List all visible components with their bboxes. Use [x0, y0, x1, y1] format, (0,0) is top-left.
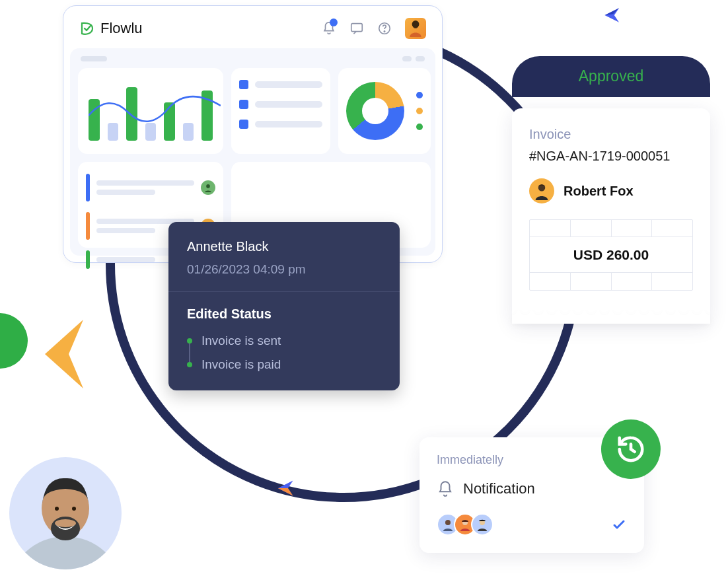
decorative-green-circle	[0, 313, 28, 369]
status-bar	[86, 212, 90, 240]
chat-icon[interactable]	[349, 21, 364, 36]
text-stub	[255, 81, 322, 88]
status-popover: Annette Black 01/26/2023 04:09 pm Edited…	[168, 222, 400, 390]
timeline-dot-icon	[187, 338, 192, 344]
legend-dot	[416, 108, 423, 114]
svg-point-15	[55, 519, 76, 527]
legend-dot	[416, 92, 423, 98]
svg-point-9	[445, 520, 451, 525]
bullet-icon	[239, 120, 248, 129]
status-person-name: Annette Black	[187, 239, 381, 254]
menu-stub	[416, 56, 425, 61]
timeline-dot-icon	[187, 362, 192, 367]
chart-bar	[145, 123, 157, 141]
approved-label: Approved	[579, 67, 643, 85]
donut-chart	[346, 82, 404, 140]
invoice-line-items-table: USD 260.00	[529, 219, 693, 291]
menu-stub	[402, 56, 412, 61]
text-stub	[255, 101, 322, 108]
invoice-total-row: USD 260.00	[530, 237, 692, 273]
invoice-label: Invoice	[529, 127, 693, 142]
mini-bar-chart-card[interactable]	[78, 68, 223, 154]
list-item[interactable]	[86, 174, 215, 201]
chart-bar	[108, 123, 119, 141]
breadcrumb-stub	[81, 56, 107, 61]
invoice-customer[interactable]: Robert Fox	[529, 178, 693, 203]
chart-bar	[201, 91, 213, 141]
customer-avatar	[529, 178, 554, 203]
user-large-avatar	[9, 457, 122, 569]
notification-dot	[330, 18, 338, 26]
text-stub	[96, 228, 155, 233]
receipt-torn-edge	[512, 309, 710, 324]
chart-bar	[164, 102, 175, 141]
recipient-avatar	[471, 513, 493, 536]
text-stub	[96, 180, 194, 186]
chart-bar	[126, 87, 137, 141]
history-refresh-icon	[616, 434, 646, 464]
svg-point-4	[412, 20, 419, 28]
chart-bar	[89, 99, 100, 141]
dashboard-header: Flowlu	[63, 6, 442, 48]
logo-leaf-check-icon	[79, 20, 95, 36]
status-item: Invoice is sent	[187, 334, 381, 348]
help-icon[interactable]	[377, 21, 392, 36]
table-row	[530, 220, 692, 237]
status-bar	[86, 250, 90, 269]
text-stub	[96, 190, 155, 195]
svg-point-5	[206, 184, 210, 188]
invoice-card: Invoice #NGA-AN-1719-000051 Robert Fox U…	[512, 108, 710, 324]
text-stub	[96, 257, 155, 262]
status-item: Invoice is paid	[187, 357, 381, 372]
status-item-text: Invoice is paid	[201, 357, 281, 372]
approved-badge: Approved	[512, 56, 710, 97]
app-name: Flowlu	[100, 20, 143, 37]
svg-point-2	[384, 31, 384, 32]
svg-point-17	[72, 507, 76, 511]
bell-icon	[437, 480, 454, 497]
notification-sublabel: Immediatelly	[437, 453, 627, 467]
user-avatar[interactable]	[405, 18, 426, 39]
status-heading: Edited Status	[187, 307, 381, 322]
decorative-pointer-icon	[274, 476, 299, 501]
donut-legend	[416, 92, 423, 130]
customer-name: Robert Fox	[564, 184, 634, 199]
check-icon	[611, 517, 627, 532]
invoice-number: #NGA-AN-1719-000051	[529, 149, 693, 164]
person-avatar	[201, 180, 215, 195]
svg-rect-0	[351, 24, 363, 32]
decorative-pointer-icon	[601, 3, 625, 27]
table-row	[530, 273, 692, 290]
chart-bar	[183, 123, 194, 141]
status-bar	[86, 174, 90, 201]
bullet-icon	[239, 100, 248, 109]
status-item-text: Invoice is sent	[201, 334, 281, 348]
status-timestamp: 01/26/2023 04:09 pm	[187, 262, 381, 277]
notification-title: Notification	[463, 480, 535, 497]
person-icon	[532, 182, 551, 200]
mini-list-card[interactable]	[231, 68, 330, 154]
donut-chart-card[interactable]	[338, 68, 431, 154]
svg-point-12	[9, 536, 122, 569]
notifications-icon[interactable]	[322, 21, 336, 36]
bullet-icon	[239, 80, 248, 89]
decorative-pointer-icon	[44, 314, 90, 394]
person-icon	[407, 20, 424, 37]
svg-point-16	[55, 507, 59, 511]
person-photo-icon	[9, 457, 122, 569]
text-stub	[255, 121, 322, 127]
notification-recipients[interactable]	[437, 513, 493, 536]
app-logo[interactable]: Flowlu	[79, 20, 143, 37]
invoice-amount: USD 260.00	[573, 247, 649, 263]
legend-dot	[416, 124, 423, 130]
refresh-badge[interactable]	[601, 419, 661, 479]
